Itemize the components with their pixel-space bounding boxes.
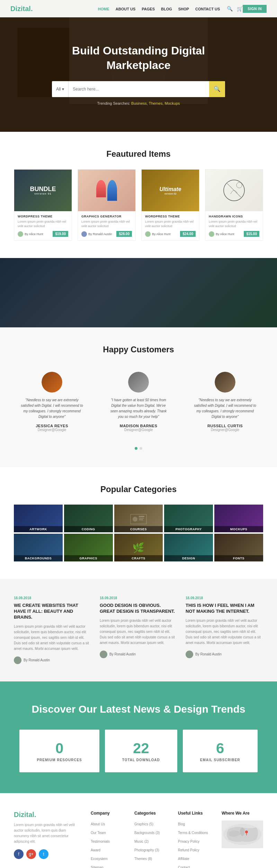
author-avatar-1: [18, 231, 23, 237]
search-category-selector[interactable]: All ▾: [52, 81, 69, 97]
testimonial-quote-3: "Needless to say we are extremely satisf…: [194, 397, 256, 420]
dot-inactive[interactable]: [140, 447, 142, 450]
trending-link[interactable]: Business, Themes, Mockups: [131, 101, 180, 105]
product-desc-1: Lorem ipsum proin gravida nibh vel velit…: [18, 220, 68, 228]
blog-author-avatar-2: [100, 651, 107, 658]
map-placeholder: [222, 820, 263, 848]
testimonials-grid: "Needless to say we are extremely satisf…: [14, 365, 263, 439]
footer-grid: Dizital. Lorem ipsum proin gravida nibh …: [14, 811, 263, 868]
hero-search-bar: All ▾ 🔍: [52, 81, 225, 97]
product-type-1: WORDPRESS THEME: [18, 215, 68, 218]
blog-title-2[interactable]: GOOD DESIGN IS OBVIOUS. GREAT DESIGN IS …: [100, 603, 177, 615]
product-image-2: [78, 170, 135, 211]
featured-grid: BUNDLE version 01 WORDPRESS THEME Lorem …: [14, 169, 263, 241]
stat-label-3: EMAIL SUBSCRIBER: [200, 758, 240, 762]
testimonial-2: "I have gotten at least 50 times from Di…: [100, 365, 177, 439]
footer-link-refund[interactable]: Refund Policy: [178, 848, 199, 852]
footer-col-links: Useful Links Blog Terms & Conditions Pri…: [178, 811, 211, 868]
footer-link-blog[interactable]: Blog: [178, 822, 185, 826]
footer-brand: Dizital. Lorem ipsum proin gravida nibh …: [14, 811, 80, 868]
nav-pages[interactable]: PAGES: [142, 7, 155, 11]
footer-link-privacy[interactable]: Privacy Policy: [178, 840, 199, 843]
footer-link-affiliate[interactable]: Affiliate: [178, 857, 189, 861]
footer-link-contact[interactable]: Contact: [178, 866, 190, 868]
search-input[interactable]: [69, 81, 209, 97]
blog-author-1: By Ronald Austin: [14, 656, 91, 664]
nav-contact[interactable]: CONTACT US: [195, 7, 220, 11]
nav-blog[interactable]: BLOG: [161, 7, 172, 11]
footer-link-photography[interactable]: Photography (3): [134, 848, 159, 852]
author-avatar-2: [81, 231, 87, 237]
blog-text-1: Lorem ipsum proin gravida nibh vel velit…: [14, 624, 91, 652]
footer-link-aboutus[interactable]: About Us: [91, 822, 105, 826]
signin-button[interactable]: SIGN IN: [243, 5, 267, 13]
stats-row: 0 PREMIUM RESOURCES 22 TOTAL DOWNLOAD 6 …: [14, 730, 263, 772]
footer-link-graphics[interactable]: Graphics (5): [134, 822, 153, 826]
category-coding[interactable]: CODING: [64, 505, 113, 532]
featured-title: Feautured Items: [14, 149, 263, 159]
category-design[interactable]: DESIGN: [164, 534, 213, 561]
footer-col-company: Company About Us Our Team Testimonials A…: [91, 811, 124, 868]
product-author-2: By Ronald Austin: [81, 231, 112, 237]
stat-box-1: 0 PREMIUM RESOURCES: [19, 730, 99, 772]
svg-rect-5: [139, 516, 144, 517]
product-type-4: HANDDRAWN ICONS: [209, 215, 259, 218]
footer-link-testimonials[interactable]: Testimonials: [91, 840, 110, 843]
hero-title: Build Outstanding Digital Marketplace: [52, 44, 225, 72]
stat-num-3: 6: [200, 740, 240, 757]
facebook-icon[interactable]: f: [14, 849, 24, 859]
product-card-2: GRAPHICS GENERATOR Lorem ipsum proin gra…: [78, 169, 136, 241]
footer-link-award[interactable]: Award: [91, 848, 100, 852]
category-mockups[interactable]: MOCKUPS: [214, 505, 263, 532]
category-graphics[interactable]: GRAPHICS: [64, 534, 113, 561]
nav-icons: 🔍 🛒: [227, 6, 243, 11]
svg-rect-6: [139, 518, 144, 518]
product-type-3: WORDPRESS THEME: [145, 215, 196, 218]
blog-author-avatar-3: [186, 651, 193, 658]
stat-box-2: 22 TOTAL DOWNLOAD: [105, 730, 177, 772]
twitter-icon[interactable]: t: [39, 849, 48, 859]
googleplus-icon[interactable]: g+: [26, 849, 36, 859]
featured-section: Feautured Items BUNDLE version 01 WORDPR…: [0, 132, 277, 258]
footer-link-ecosystem[interactable]: Ecosystem: [91, 857, 108, 861]
blog-title-3[interactable]: THIS IS HOW I FEEL WHEN I AM NOT MAKING …: [186, 603, 263, 615]
testimonial-dots: [14, 447, 263, 450]
footer-link-ourteam[interactable]: Our Team: [91, 831, 106, 835]
social-icons: f g+ t: [14, 849, 80, 859]
product-price-1: $19.00: [53, 231, 68, 237]
nav-about[interactable]: ABOUT US: [116, 7, 135, 11]
nav-home[interactable]: HOME: [98, 7, 109, 11]
category-backgrounds[interactable]: BACKGROUNDS: [14, 534, 63, 561]
testimonials-section: Happy Customers "Needless to say we are …: [0, 327, 277, 467]
footer-link-backgrounds[interactable]: Backgrounds (3): [134, 831, 160, 835]
blog-text-3: Lorem ipsum proin gravida nibh vel velit…: [186, 618, 263, 646]
search-icon[interactable]: 🔍: [227, 6, 233, 11]
chevron-down-icon: ▾: [62, 87, 64, 92]
nav-shop[interactable]: SHOP: [178, 7, 189, 11]
search-button[interactable]: 🔍: [209, 81, 225, 97]
product-image-4: [205, 170, 263, 211]
product-desc-2: Lorem ipsum proin gravida nibh vel velit…: [81, 220, 132, 228]
stat-label-2: TOTAL DOWNLOAD: [122, 758, 160, 762]
categories-section: Popular Categories ARTWORK CODING COURSE…: [0, 467, 277, 579]
blog-author-3: By Ronald Austin: [186, 651, 263, 658]
product-type-2: GRAPHICS GENERATOR: [81, 215, 132, 218]
footer-link-music[interactable]: Music (2): [134, 840, 149, 843]
blog-post-2: 18.09.2018 GOOD DESIGN IS OBVIOUS. GREAT…: [100, 596, 177, 664]
cart-icon[interactable]: 🛒: [237, 6, 243, 11]
product-price-3: $24.00: [180, 231, 196, 237]
categories-title: Popular Categories: [14, 484, 263, 494]
blog-title-1[interactable]: WE CREATE WEBSITES THAT HAVE IT ALL: BEA…: [14, 603, 91, 620]
blog-text-2: Lorem ipsum proin gravida nibh vel velit…: [100, 618, 177, 646]
footer-link-terms[interactable]: Terms & Conditions: [178, 831, 208, 835]
dot-active[interactable]: [135, 447, 137, 450]
category-artwork[interactable]: ARTWORK: [14, 505, 63, 532]
category-crafts[interactable]: 🌿 CRAFTS: [114, 534, 163, 561]
footer-link-themes[interactable]: Themes (8): [134, 857, 152, 861]
footer-link-sitemap[interactable]: Sitemap: [91, 866, 104, 868]
category-courses[interactable]: COURSES: [114, 505, 163, 532]
blog-author-2: By Ronald Austin: [100, 651, 177, 658]
category-fonts[interactable]: FONTS: [214, 534, 263, 561]
blog-date-3: 18.09.2018: [186, 596, 263, 600]
category-photography[interactable]: PHOTOGRAPHY: [164, 505, 213, 532]
